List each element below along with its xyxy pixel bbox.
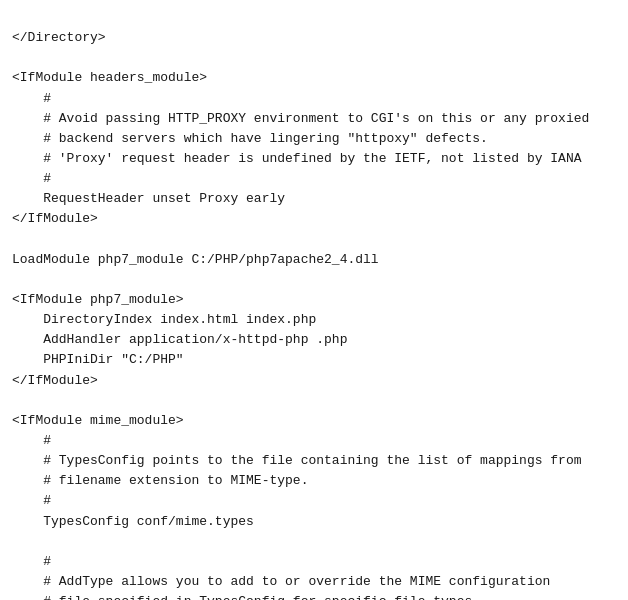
code-line: <IfModule mime_module> (12, 411, 616, 431)
code-line (12, 391, 616, 411)
code-line: # Avoid passing HTTP_PROXY environment t… (12, 109, 616, 129)
code-line: # TypesConfig points to the file contain… (12, 451, 616, 471)
code-line: # filename extension to MIME-type. (12, 471, 616, 491)
code-line: # file specified in TypesConfig for spec… (12, 592, 616, 600)
code-line (12, 230, 616, 250)
code-line: RequestHeader unset Proxy early (12, 189, 616, 209)
code-line: # AddType allows you to add to or overri… (12, 572, 616, 592)
code-line: # (12, 169, 616, 189)
code-line: LoadModule php7_module C:/PHP/php7apache… (12, 250, 616, 270)
code-line: # (12, 491, 616, 511)
code-line: # (12, 89, 616, 109)
code-line: PHPIniDir "C:/PHP" (12, 350, 616, 370)
code-line: # (12, 431, 616, 451)
code-line: TypesConfig conf/mime.types (12, 512, 616, 532)
code-line: # 'Proxy' request header is undefined by… (12, 149, 616, 169)
code-line: </Directory> (12, 28, 616, 48)
code-line: # (12, 552, 616, 572)
code-line: <IfModule php7_module> (12, 290, 616, 310)
code-line: <IfModule headers_module> (12, 68, 616, 88)
code-line: AddHandler application/x-httpd-php .php (12, 330, 616, 350)
code-line: </IfModule> (12, 209, 616, 229)
code-line (12, 270, 616, 290)
code-line: # backend servers which have lingering "… (12, 129, 616, 149)
code-line: </IfModule> (12, 371, 616, 391)
code-line: DirectoryIndex index.html index.php (12, 310, 616, 330)
code-line (12, 532, 616, 552)
code-line (12, 48, 616, 68)
code-content: </Directory> <IfModule headers_module> #… (12, 8, 616, 600)
